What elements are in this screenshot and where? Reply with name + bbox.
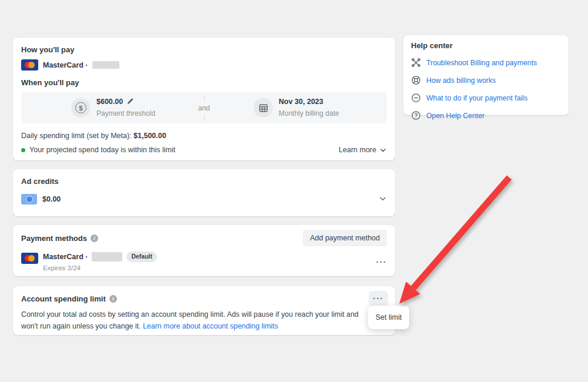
info-icon[interactable]: i xyxy=(91,234,98,242)
redacted-card-number xyxy=(92,61,119,69)
more-options-icon: ··· xyxy=(373,294,384,303)
daily-limit-value: $1,500.00 xyxy=(133,132,166,140)
billing-date-label: Monthly billing date xyxy=(279,109,339,118)
payment-schedule-strip: $ $600.00 Payment threshold and xyxy=(21,92,387,123)
help-link-billing-works[interactable]: How ads billing works xyxy=(411,75,561,85)
credits-expand-chevron[interactable] xyxy=(379,195,387,205)
and-separator: and xyxy=(198,92,210,123)
when-youll-pay-title: When you'll pay xyxy=(21,78,387,87)
card-expiry: Expires 3/24 xyxy=(43,264,157,273)
threshold-label: Payment threshold xyxy=(96,109,155,118)
payment-methods-title: Payment methods xyxy=(21,234,87,243)
ad-credits-card: Ad credits $0.00 xyxy=(13,169,395,216)
lifebuoy-icon xyxy=(411,75,421,85)
status-green-dot xyxy=(21,148,25,152)
account-spending-limit-title: Account spending limit xyxy=(21,294,106,303)
payment-card-row: MasterCard · xyxy=(21,59,387,71)
ad-credit-icon xyxy=(21,194,37,205)
card-brand-label: MasterCard · xyxy=(43,252,88,262)
help-center-card: Help center Troubleshoot Billing and pay… xyxy=(403,35,569,115)
tools-icon xyxy=(411,58,421,68)
help-center-title: Help center xyxy=(411,41,561,50)
calendar-icon xyxy=(253,98,273,118)
daily-spending-limit-line: Daily spending limit (set by Meta): $1,5… xyxy=(21,132,387,140)
redacted-card-number xyxy=(92,252,122,262)
chevron-down-icon xyxy=(379,195,387,203)
card-brand-label: MasterCard · xyxy=(43,61,88,69)
spending-limit-menu-button[interactable]: ··· xyxy=(369,291,388,306)
account-spending-limit-card: Account spending limit i ··· Control you… xyxy=(13,286,395,335)
info-icon[interactable]: i xyxy=(109,295,117,303)
threshold-amount: $600.00 xyxy=(96,96,123,106)
projected-spend-text: Your projected spend today is within thi… xyxy=(29,146,175,154)
billing-date-group: Nov 30, 2023 Monthly billing date xyxy=(253,96,339,119)
payment-threshold-group: $ $600.00 Payment threshold xyxy=(71,96,155,119)
how-youll-pay-title: How you'll pay xyxy=(21,45,387,54)
set-limit-menu-item[interactable]: Set limit xyxy=(368,306,409,329)
learn-more-toggle[interactable]: Learn more xyxy=(339,146,387,154)
mastercard-icon xyxy=(21,59,38,71)
spending-limit-description: Control your total ad costs by setting a… xyxy=(21,309,374,333)
billing-summary-card: How you'll pay MasterCard · When you'll … xyxy=(13,38,395,160)
payment-methods-card: Payment methods i Add payment method Mas… xyxy=(13,225,395,276)
payment-method-row: MasterCard · Default Expires 3/24 ··· xyxy=(21,252,387,273)
minus-circle-icon xyxy=(411,93,421,103)
mastercard-icon xyxy=(21,253,38,264)
more-options-icon[interactable]: ··· xyxy=(376,258,387,266)
chevron-down-icon xyxy=(379,146,387,154)
edit-pencil-icon[interactable] xyxy=(126,98,134,105)
help-link-payment-fails[interactable]: What to do if your payment fails xyxy=(411,93,561,103)
default-badge: Default xyxy=(126,252,157,262)
dollar-circle-icon: $ xyxy=(71,98,91,118)
help-link-open-help-center[interactable]: Open Help Center xyxy=(411,110,561,120)
ad-credits-title: Ad credits xyxy=(21,177,387,186)
add-payment-method-button[interactable]: Add payment method xyxy=(303,230,387,246)
help-link-troubleshoot[interactable]: Troubleshoot Billing and payments xyxy=(411,58,561,68)
billing-date: Nov 30, 2023 xyxy=(279,96,323,106)
ad-credits-amount: $0.00 xyxy=(42,195,61,203)
question-circle-icon xyxy=(411,110,421,120)
spending-limits-link[interactable]: Learn more about account spending limits xyxy=(143,322,278,330)
